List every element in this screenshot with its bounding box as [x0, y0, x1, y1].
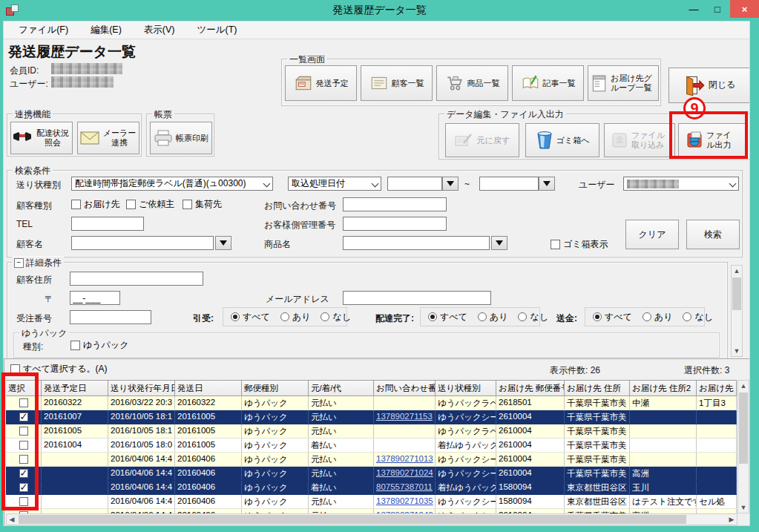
file-import-button[interactable]: ファイル取り込み	[604, 123, 675, 157]
radio-option[interactable]: なし	[321, 311, 351, 324]
search-user-select[interactable]	[623, 177, 739, 191]
menu-tools[interactable]: ツール(T)	[197, 24, 237, 36]
customer-address-input[interactable]	[70, 272, 203, 286]
column-header[interactable]: お届け先 住所	[565, 380, 630, 396]
checkbox-requester[interactable]: ご依頼主	[126, 198, 174, 211]
inquiry-number-link[interactable]: 807557387011	[376, 482, 433, 491]
checkbox-yupack[interactable]: ゆうパック	[70, 339, 128, 352]
radio-option[interactable]: なし	[518, 311, 548, 324]
select-all-checkbox[interactable]: すべて選択する。(A)	[10, 363, 107, 375]
delivery-group-list-button[interactable]: お届け先グループ一覧	[588, 65, 659, 101]
email-input[interactable]	[343, 291, 491, 305]
maximize-button[interactable]: □	[706, 0, 729, 18]
scrollbar-thumb[interactable]	[739, 393, 748, 464]
product-name-dropdown-button[interactable]	[491, 236, 507, 250]
customer-mgmt-no-input[interactable]	[343, 217, 447, 231]
undo-button[interactable]: 元に戻す	[445, 123, 519, 157]
menu-file[interactable]: ファイル(F)	[19, 24, 68, 36]
inquiry-number-link[interactable]: 137890271035	[376, 496, 433, 505]
row-select-checkbox[interactable]	[19, 483, 28, 492]
radio-option[interactable]: なし	[683, 311, 713, 324]
table-vscrollbar[interactable]: ▲ ▼	[737, 380, 749, 513]
date-to-input[interactable]	[479, 177, 539, 191]
inquiry-number-link[interactable]: 137890271024	[376, 468, 433, 477]
tel-input[interactable]	[71, 217, 144, 231]
inquiry-number-link[interactable]: 137890271153	[376, 412, 433, 421]
inquiry-no-input[interactable]	[343, 197, 447, 211]
close-window-button[interactable]: ×	[730, 0, 759, 18]
table-row[interactable]: 201610042016/10/05 18:020161005ゆうパック着払い着…	[6, 439, 737, 453]
menu-edit[interactable]: 編集(E)	[91, 24, 122, 36]
inquiry-number-link[interactable]: 137890271013	[376, 454, 433, 463]
row-select-checkbox[interactable]	[19, 398, 28, 407]
shipping-plan-button[interactable]: 発送予定	[285, 65, 357, 101]
radio-option[interactable]: あり	[643, 311, 673, 324]
report-print-button[interactable]: 帳票印刷	[150, 122, 212, 154]
row-select-checkbox[interactable]	[19, 413, 28, 421]
scrollbar-thumb[interactable]	[19, 515, 686, 524]
row-select-checkbox[interactable]	[19, 455, 28, 464]
checkbox-delivery-to[interactable]: お届け先	[71, 198, 120, 211]
product-list-button[interactable]: 商品一覧	[436, 65, 508, 101]
column-header[interactable]: お問い合わせ番号	[374, 380, 436, 396]
minimize-button[interactable]: —	[683, 0, 705, 18]
column-header[interactable]: お届け先	[697, 380, 737, 396]
row-select-checkbox[interactable]	[19, 427, 28, 436]
delivery-status-button[interactable]: 配達状況照会	[10, 122, 73, 154]
column-header[interactable]: お届け先 郵便番号	[496, 380, 565, 396]
column-header[interactable]: 郵便種別	[242, 380, 309, 396]
radio-option[interactable]: すべて	[231, 311, 270, 324]
column-header[interactable]: 選択	[6, 380, 42, 396]
scroll-left-icon[interactable]: ◀	[7, 514, 17, 525]
column-header[interactable]: 発送日	[175, 380, 242, 396]
scrollbar-thumb[interactable]	[732, 278, 741, 310]
radio-option[interactable]: すべて	[428, 311, 467, 324]
column-header[interactable]: 元/着/代	[309, 380, 374, 396]
invoice-type-select[interactable]: 配達時間帯指定郵便ラベル(普通)(ュ00300)	[71, 177, 273, 191]
date-from-dropdown-button[interactable]	[442, 177, 459, 191]
scroll-down-icon[interactable]: ▼	[732, 346, 742, 356]
article-list-button[interactable]: 記事一覧	[512, 65, 584, 101]
date-type-select[interactable]: 取込処理日付	[288, 177, 381, 191]
row-select-checkbox[interactable]	[19, 441, 28, 450]
row-select-checkbox[interactable]	[19, 497, 28, 506]
table-row[interactable]: 2016/04/06 14:420160406ゆうパック元払い137890271…	[6, 495, 737, 509]
radio-option[interactable]: すべて	[593, 311, 632, 324]
checkbox-pickup-site[interactable]: 集荷先	[183, 198, 222, 211]
trash-button[interactable]: ゴミ箱へ	[525, 123, 599, 157]
postal-input[interactable]	[70, 291, 120, 305]
product-name-input[interactable]	[343, 236, 490, 250]
scroll-up-icon[interactable]: ▲	[738, 381, 749, 391]
order-no-input[interactable]	[70, 310, 151, 324]
column-header[interactable]: 送り状種別	[436, 380, 496, 396]
table-row[interactable]: 2016/04/06 14:420160406ゆうパック元払い137890271…	[6, 453, 737, 467]
mailer-link-button[interactable]: メーラー連携	[77, 122, 139, 154]
row-select-checkbox[interactable]	[19, 469, 28, 478]
date-from-input[interactable]	[387, 177, 442, 191]
clear-button[interactable]: クリア	[625, 220, 679, 249]
table-row[interactable]: 2016/04/06 14:420160406ゆうパック着払い807557387…	[6, 481, 737, 495]
table-row[interactable]: 201610072016/10/05 18:120161005ゆうパック元払い1…	[6, 410, 737, 424]
radio-option[interactable]: あり	[478, 311, 508, 324]
column-header[interactable]: 発送予定日	[42, 380, 108, 396]
column-header[interactable]: お届け先 住所2	[630, 380, 697, 396]
scroll-down-icon[interactable]: ▼	[738, 502, 749, 513]
table-hscrollbar[interactable]: ◀ ▶	[6, 513, 737, 525]
table-row[interactable]: 2016/04/06 14:420160406ゆうパック元払い137890271…	[6, 467, 737, 481]
close-form-button[interactable]: 閉じる	[668, 68, 750, 103]
radio-option[interactable]: あり	[280, 311, 311, 324]
customer-list-button[interactable]: 顧客一覧	[361, 65, 433, 101]
column-header[interactable]: 送り状発行年月日	[108, 380, 175, 396]
customer-name-input[interactable]	[71, 236, 214, 250]
date-to-dropdown-button[interactable]	[539, 177, 555, 191]
scroll-right-icon[interactable]: ▶	[726, 514, 737, 525]
scroll-up-icon[interactable]: ▲	[732, 266, 742, 276]
table-row[interactable]: 201610052016/10/05 18:120161005ゆうパック元払いゆ…	[6, 424, 737, 439]
search-button[interactable]: 検索	[686, 220, 740, 249]
file-export-button[interactable]: ファイル出力	[678, 123, 746, 157]
checkbox-show-trash[interactable]: ゴミ箱表示	[551, 238, 608, 251]
detail-scrollbar[interactable]: ▲ ▼	[731, 265, 743, 357]
menu-view[interactable]: 表示(V)	[144, 24, 175, 36]
collapse-toggle[interactable]: −	[14, 258, 24, 268]
customer-name-dropdown-button[interactable]	[215, 236, 231, 250]
